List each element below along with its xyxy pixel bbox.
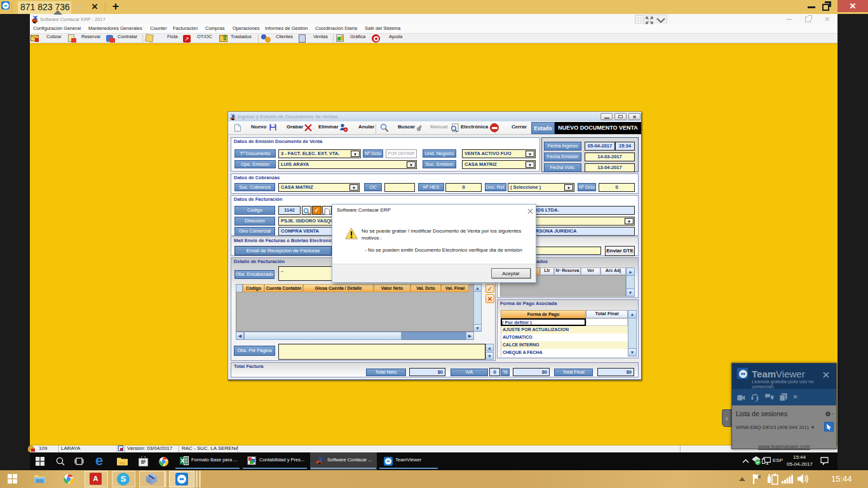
svg-text:X: X xyxy=(180,458,184,464)
